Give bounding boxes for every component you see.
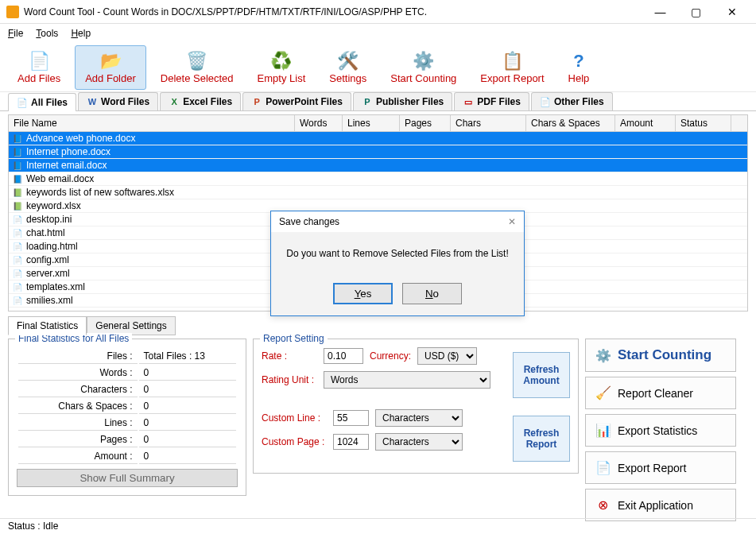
all-files-icon: 📄 (17, 97, 28, 108)
file-name: Internet phone.docx (26, 146, 110, 157)
delete-icon: 🗑️ (186, 50, 207, 72)
table-row[interactable]: 📘Web email.docx (9, 172, 747, 186)
tab-other-files[interactable]: 📄Other Files (531, 92, 613, 110)
exit-icon: ⊗ (595, 497, 610, 513)
word-icon: 📘 (12, 133, 23, 144)
pdf-icon: ▭ (463, 96, 474, 107)
col-chars-spaces[interactable]: Chars & Spaces (526, 115, 615, 131)
app-icon (6, 6, 19, 18)
empty-list-button[interactable]: ♻️ Empty List (248, 45, 316, 90)
stats-fieldset: Final Statistics for All Files Files :To… (8, 339, 246, 496)
file-icon: 📄 (12, 281, 23, 292)
dialog-no-button[interactable]: No (402, 283, 462, 304)
file-name: Advance web phone.docx (26, 133, 135, 144)
export-report-side-button[interactable]: 📄Export Report (585, 451, 736, 484)
statusbar: Status : Idle (0, 518, 756, 534)
file-name: templates.xml (26, 281, 85, 292)
tab-word-files[interactable]: WWord Files (78, 92, 158, 110)
word-icon: 📘 (12, 173, 23, 184)
bottom-area: Final Statistics for All Files Files :To… (0, 335, 756, 524)
word-icon: 📘 (12, 146, 23, 157)
menubar: File Tools Help (0, 24, 756, 43)
file-icon: 📄 (12, 214, 23, 225)
excel-icon: X (169, 96, 180, 107)
minimize-button[interactable]: — (642, 1, 678, 23)
file-name: desktop.ini (26, 214, 72, 225)
confirm-dialog: Save changes ✕ Do you want to Remove Sel… (270, 211, 525, 316)
export-statistics-button[interactable]: 📊Export Statistics (585, 414, 736, 447)
report-fieldset: Report Setting Rate : Currency: USD ($) … (253, 339, 579, 474)
close-button[interactable]: ✕ (714, 1, 750, 23)
gear-icon: ⚙️ (413, 50, 434, 72)
custom-page-unit-select[interactable]: Characters (375, 433, 463, 451)
custom-line-input[interactable] (333, 410, 369, 426)
broom-icon: 🧹 (595, 385, 610, 400)
status-text: Status : Idle (8, 520, 58, 532)
file-name: Internet email.docx (26, 160, 107, 171)
excel-icon: 📗 (12, 200, 23, 211)
tab-publisher-files[interactable]: PPublisher Files (353, 92, 452, 110)
delete-selected-button[interactable]: 🗑️ Delete Selected (151, 45, 243, 90)
dialog-message: Do you want to Remove Selected Files fro… (271, 232, 524, 275)
table-row[interactable]: 📗keywords list of new softwares.xlsx (9, 186, 747, 199)
col-status[interactable]: Status (676, 115, 731, 131)
col-filename[interactable]: File Name (9, 115, 295, 131)
show-full-summary-button[interactable]: Show Full Summary (17, 469, 238, 487)
table-row[interactable]: 📘Advance web phone.docx (9, 132, 747, 145)
start-counting-side-button[interactable]: ⚙️Start Counting (585, 339, 736, 372)
help-button[interactable]: ? Help (559, 45, 599, 90)
custom-page-input[interactable] (333, 434, 369, 450)
tab-ppt-files[interactable]: PPowerPoint Files (242, 92, 351, 110)
add-folder-button[interactable]: 📂 Add Folder (75, 45, 146, 90)
maximize-button[interactable]: ▢ (678, 1, 714, 23)
file-icon: 📄 (12, 241, 23, 252)
settings-icon: 🛠️ (337, 50, 359, 72)
file-icon: 📄 (12, 254, 23, 265)
settings-button[interactable]: 🛠️ Settings (320, 45, 376, 90)
tab-final-statistics[interactable]: Final Statistics (8, 316, 87, 335)
excel-icon: 📗 (12, 187, 23, 198)
start-counting-button[interactable]: ⚙️ Start Counting (381, 45, 466, 90)
col-lines[interactable]: Lines (343, 115, 400, 131)
dialog-yes-button[interactable]: Yes (333, 283, 393, 304)
file-name: server.xml (26, 268, 70, 279)
refresh-amount-button[interactable]: Refresh Amount (513, 352, 570, 398)
tab-all-files[interactable]: 📄All Files (8, 93, 76, 111)
menu-file[interactable]: File (8, 28, 23, 39)
dialog-close-button[interactable]: ✕ (508, 216, 516, 227)
menu-help[interactable]: Help (71, 28, 91, 39)
table-row[interactable]: 📘Internet email.docx (9, 159, 747, 172)
refresh-report-button[interactable]: Refresh Report (513, 416, 570, 462)
export-report-button[interactable]: 📋 Export Report (471, 45, 553, 90)
file-name: loading.html (26, 241, 78, 252)
titlebar: Word Count Tool - Count Words in DOC/XLS… (0, 0, 756, 24)
tab-excel-files[interactable]: XExcel Files (160, 92, 241, 110)
word-icon: 📘 (12, 160, 23, 171)
col-amount[interactable]: Amount (615, 115, 676, 131)
exit-application-button[interactable]: ⊗Exit Application (585, 489, 736, 521)
add-files-button[interactable]: 📄 Add Files (8, 45, 70, 90)
currency-select[interactable]: USD ($) (417, 347, 477, 365)
file-name: config.xml (26, 254, 69, 265)
file-icon: 📄 (12, 295, 23, 306)
col-words[interactable]: Words (295, 115, 343, 131)
add-files-icon: 📄 (29, 50, 50, 72)
col-pages[interactable]: Pages (400, 115, 451, 131)
rate-input[interactable] (324, 348, 363, 364)
table-row[interactable]: 📘Internet phone.docx (9, 145, 747, 159)
dialog-title: Save changes (279, 216, 339, 227)
tab-pdf-files[interactable]: ▭PDF Files (454, 92, 529, 110)
rating-unit-select[interactable]: Words (324, 371, 490, 389)
file-type-tabs: 📄All Files WWord Files XExcel Files PPow… (0, 92, 756, 111)
report-legend: Report Setting (260, 333, 328, 344)
ppt-icon: P (251, 96, 262, 107)
gear-icon: ⚙️ (595, 348, 610, 363)
report-cleaner-button[interactable]: 🧹Report Cleaner (585, 377, 736, 409)
side-buttons: ⚙️Start Counting 🧹Report Cleaner 📊Export… (585, 339, 736, 521)
menu-tools[interactable]: Tools (36, 28, 58, 39)
word-icon: W (87, 96, 98, 107)
file-name: Web email.docx (26, 173, 94, 184)
col-chars[interactable]: Chars (451, 115, 526, 131)
file-name: keyword.xlsx (26, 200, 81, 211)
custom-line-unit-select[interactable]: Characters (375, 409, 463, 427)
